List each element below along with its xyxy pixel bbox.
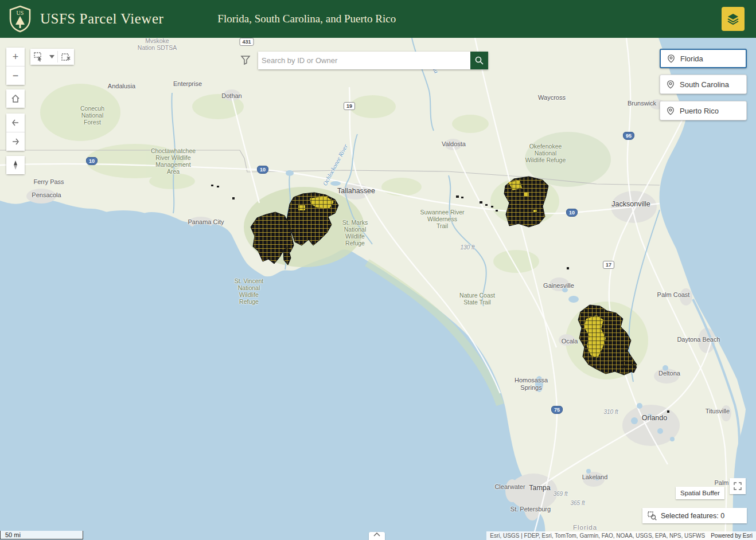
map[interactable]: Mvskoke Nation SDTSAAndalusiaEnterpriseD… <box>0 38 756 540</box>
attribution-sources: Esri, USGS | FDEP, Esri, TomTom, Garmin,… <box>490 533 705 539</box>
filter-button[interactable] <box>240 53 254 67</box>
clear-selection-button[interactable] <box>58 49 74 65</box>
next-extent-button[interactable] <box>6 132 25 151</box>
expand-icon <box>733 482 742 491</box>
search-widget <box>258 52 488 69</box>
scalebar-label: 50 mi <box>5 531 21 538</box>
extent-nav-widget <box>6 114 25 151</box>
state-button-south-carolina[interactable]: South Carolina <box>660 75 747 94</box>
selected-features-label: Selected features: 0 <box>661 512 724 520</box>
scalebar: 50 mi <box>0 531 83 539</box>
arrow-left-icon <box>10 118 21 128</box>
select-tool-dropdown-button[interactable] <box>46 49 57 65</box>
map-pin-icon <box>666 106 675 115</box>
home-widget <box>6 89 25 108</box>
usfs-shield-logo: US <box>9 5 31 33</box>
app-subtitle: Florida, South Carolina, and Puerto Rico <box>217 13 396 25</box>
select-features-icon <box>33 52 44 62</box>
zoom-widget: + − <box>6 48 25 85</box>
home-icon <box>10 93 21 104</box>
map-attribution: Esri, USGS | FDEP, Esri, TomTom, Garmin,… <box>486 531 756 540</box>
clear-selection-icon <box>61 52 71 62</box>
spatial-buffer-label: Spatial Buffer <box>680 490 720 496</box>
panel-collapse-button[interactable] <box>369 532 385 540</box>
previous-extent-button[interactable] <box>6 114 25 132</box>
selection-zoom-icon <box>647 511 657 521</box>
state-button-florida[interactable]: Florida <box>660 49 747 68</box>
fullscreen-button[interactable] <box>730 478 746 494</box>
zoom-out-button[interactable]: − <box>6 66 25 85</box>
select-features-button[interactable] <box>30 49 46 65</box>
search-input[interactable] <box>258 52 470 69</box>
map-pin-icon <box>666 80 675 89</box>
state-button-label: Puerto Rico <box>680 107 719 115</box>
compass-button[interactable] <box>6 156 25 174</box>
home-button[interactable] <box>6 89 25 108</box>
arrow-right-icon <box>10 136 21 147</box>
chevron-up-icon <box>373 532 381 537</box>
powered-by-esri: Powered by Esri <box>711 533 753 539</box>
search-icon <box>474 56 484 65</box>
app-header: US USFS Parcel Viewer Florida, South Car… <box>0 0 756 38</box>
state-button-label: South Carolina <box>680 80 729 89</box>
basemap <box>0 38 756 540</box>
map-pin-icon <box>667 54 676 63</box>
chevron-down-icon <box>49 55 54 58</box>
layers-icon <box>726 12 740 26</box>
compass-needle-icon <box>10 160 21 170</box>
search-button[interactable] <box>470 52 488 69</box>
layers-button[interactable] <box>722 7 745 31</box>
state-button-label: Florida <box>680 54 703 63</box>
selected-features-widget[interactable]: Selected features: 0 <box>642 508 747 523</box>
state-button-puerto-rico[interactable]: Puerto Rico <box>660 101 747 120</box>
selection-toolbar <box>30 49 74 65</box>
svg-text:US: US <box>17 10 24 16</box>
spatial-buffer-widget[interactable]: Spatial Buffer <box>676 487 724 499</box>
filter-funnel-icon <box>240 55 251 65</box>
app-title: USFS Parcel Viewer <box>40 11 163 27</box>
compass-widget <box>6 156 25 174</box>
zoom-in-button[interactable]: + <box>6 48 25 66</box>
